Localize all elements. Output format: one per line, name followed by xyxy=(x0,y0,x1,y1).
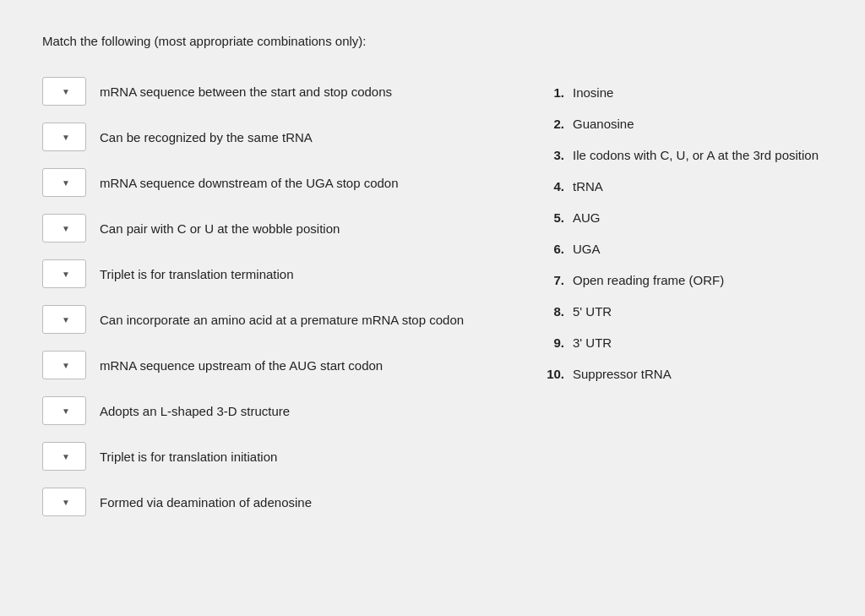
answer-item-1: 1.Inosine xyxy=(541,77,823,108)
match-row-8: ▼Adopts an L-shaped 3-D structure xyxy=(42,388,532,433)
match-text-8: Adopts an L-shaped 3-D structure xyxy=(100,402,290,420)
answer-item-3: 3.Ile codons with C, U, or A at the 3rd … xyxy=(541,139,823,171)
chevron-down-icon: ▼ xyxy=(62,224,70,233)
match-text-9: Triplet is for translation initiation xyxy=(100,448,277,466)
answer-number-2: 2. xyxy=(541,115,564,133)
match-row-7: ▼mRNA sequence upstream of the AUG start… xyxy=(42,342,532,388)
match-text-6: Can incorporate an amino acid at a prema… xyxy=(100,311,464,329)
dropdown-wrapper-6: ▼ xyxy=(42,305,86,334)
dropdown-wrapper-7: ▼ xyxy=(42,351,86,379)
chevron-down-icon: ▼ xyxy=(62,498,70,507)
match-row-10: ▼Formed via deamination of adenosine xyxy=(42,479,532,525)
dropdown-4[interactable]: ▼ xyxy=(42,214,86,243)
dropdown-2[interactable]: ▼ xyxy=(42,123,86,151)
answer-item-8: 8.5' UTR xyxy=(541,296,823,327)
dropdown-9[interactable]: ▼ xyxy=(42,442,86,471)
answer-number-10: 10. xyxy=(541,365,564,383)
dropdown-wrapper-5: ▼ xyxy=(42,259,86,288)
dropdown-8[interactable]: ▼ xyxy=(42,396,86,425)
chevron-down-icon: ▼ xyxy=(62,178,70,188)
dropdown-1[interactable]: ▼ xyxy=(42,77,86,106)
answer-item-2: 2.Guanosine xyxy=(541,108,823,139)
dropdown-6[interactable]: ▼ xyxy=(42,305,86,334)
answer-item-4: 4.tRNA xyxy=(541,171,823,202)
answer-number-1: 1. xyxy=(541,84,564,101)
answer-text-4: tRNA xyxy=(573,177,603,195)
answer-number-5: 5. xyxy=(541,209,564,226)
answer-number-6: 6. xyxy=(541,240,564,258)
dropdown-5[interactable]: ▼ xyxy=(42,259,86,288)
answer-number-7: 7. xyxy=(541,271,564,289)
match-text-1: mRNA sequence between the start and stop… xyxy=(100,83,392,101)
answer-number-9: 9. xyxy=(541,334,564,352)
answer-list: 1.Inosine2.Guanosine3.Ile codons with C,… xyxy=(541,77,823,390)
answer-item-7: 7.Open reading frame (ORF) xyxy=(541,264,823,296)
page-container: Match the following (most appropriate co… xyxy=(17,17,848,542)
match-text-4: Can pair with C or U at the wobble posit… xyxy=(100,220,340,237)
chevron-down-icon: ▼ xyxy=(62,133,70,142)
answer-number-4: 4. xyxy=(541,177,564,195)
match-row-6: ▼Can incorporate an amino acid at a prem… xyxy=(42,297,532,342)
match-row-4: ▼Can pair with C or U at the wobble posi… xyxy=(42,205,532,251)
match-row-3: ▼mRNA sequence downstream of the UGA sto… xyxy=(42,160,532,205)
answer-text-5: AUG xyxy=(573,209,601,226)
instruction-text: Match the following (most appropriate co… xyxy=(42,34,823,48)
dropdown-3[interactable]: ▼ xyxy=(42,168,86,197)
chevron-down-icon: ▼ xyxy=(62,315,70,324)
match-text-10: Formed via deamination of adenosine xyxy=(100,493,312,511)
answer-text-3: Ile codons with C, U, or A at the 3rd po… xyxy=(573,146,819,164)
dropdown-wrapper-2: ▼ xyxy=(42,123,86,151)
match-text-2: Can be recognized by the same tRNA xyxy=(100,128,313,146)
match-row-5: ▼Triplet is for translation termination xyxy=(42,251,532,297)
dropdown-wrapper-10: ▼ xyxy=(42,488,86,516)
answer-item-5: 5.AUG xyxy=(541,202,823,233)
answer-item-10: 10.Suppressor tRNA xyxy=(541,358,823,390)
dropdown-wrapper-4: ▼ xyxy=(42,214,86,243)
answer-text-7: Open reading frame (ORF) xyxy=(573,271,724,289)
answer-number-3: 3. xyxy=(541,146,564,164)
right-column: 1.Inosine2.Guanosine3.Ile codons with C,… xyxy=(532,68,823,390)
dropdown-wrapper-1: ▼ xyxy=(42,77,86,106)
match-text-3: mRNA sequence downstream of the UGA stop… xyxy=(100,174,399,192)
answer-number-8: 8. xyxy=(541,303,564,320)
dropdown-wrapper-8: ▼ xyxy=(42,396,86,425)
answer-text-2: Guanosine xyxy=(573,115,634,133)
answer-text-6: UGA xyxy=(573,240,601,258)
match-row-2: ▼Can be recognized by the same tRNA xyxy=(42,114,532,160)
chevron-down-icon: ▼ xyxy=(62,452,70,461)
main-layout: ▼mRNA sequence between the start and sto… xyxy=(42,68,823,525)
answer-text-8: 5' UTR xyxy=(573,303,612,320)
answer-text-1: Inosine xyxy=(573,84,613,101)
left-column: ▼mRNA sequence between the start and sto… xyxy=(42,68,532,525)
answer-item-9: 9.3' UTR xyxy=(541,327,823,358)
dropdown-7[interactable]: ▼ xyxy=(42,351,86,379)
chevron-down-icon: ▼ xyxy=(62,87,70,96)
dropdown-10[interactable]: ▼ xyxy=(42,488,86,516)
match-row-1: ▼mRNA sequence between the start and sto… xyxy=(42,68,532,114)
chevron-down-icon: ▼ xyxy=(62,270,70,279)
match-row-9: ▼Triplet is for translation initiation xyxy=(42,433,532,479)
dropdown-wrapper-9: ▼ xyxy=(42,442,86,471)
match-text-5: Triplet is for translation termination xyxy=(100,265,294,283)
answer-text-9: 3' UTR xyxy=(573,334,612,352)
answer-item-6: 6.UGA xyxy=(541,233,823,264)
chevron-down-icon: ▼ xyxy=(62,406,70,416)
dropdown-wrapper-3: ▼ xyxy=(42,168,86,197)
match-text-7: mRNA sequence upstream of the AUG start … xyxy=(100,357,383,374)
answer-text-10: Suppressor tRNA xyxy=(573,365,672,383)
chevron-down-icon: ▼ xyxy=(62,361,70,370)
